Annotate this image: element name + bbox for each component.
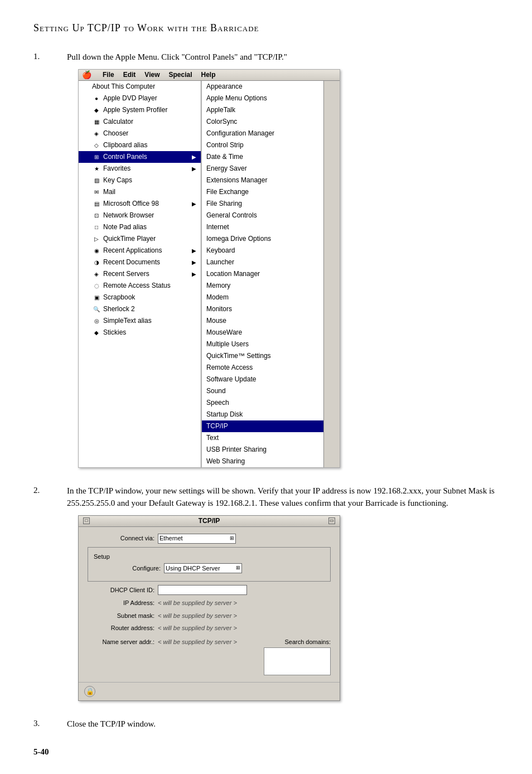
- menu-quicktime[interactable]: ▷QuickTime Player: [79, 233, 201, 245]
- menu-help[interactable]: Help: [201, 70, 216, 80]
- submenu-control-strip[interactable]: Control Strip: [202, 139, 323, 151]
- apple-menu-icon[interactable]: 🍎: [82, 69, 91, 81]
- menu-about[interactable]: About This Computer: [79, 81, 201, 93]
- submenu-memory[interactable]: Memory: [202, 280, 323, 292]
- menu-clipboard-label: ◇Clipboard alias: [92, 141, 147, 150]
- menu-control-panels[interactable]: ⊞Control Panels ▶: [79, 151, 201, 163]
- window-controls: □: [83, 517, 90, 524]
- submenu-config-manager[interactable]: Configuration Manager: [202, 128, 323, 139]
- menu-msoffice[interactable]: ▤Microsoft Office 98 ▶: [79, 198, 201, 210]
- submenu-web-sharing[interactable]: Web Sharing: [202, 456, 323, 467]
- submenu-usb-printer[interactable]: USB Printer Sharing: [202, 444, 323, 456]
- submenu-location-manager[interactable]: Location Manager: [202, 268, 323, 280]
- menu-special[interactable]: Special: [168, 70, 192, 80]
- menu-notepad[interactable]: □Note Pad alias: [79, 221, 201, 233]
- submenu-date-time[interactable]: Date & Time: [202, 151, 323, 163]
- menu-scrapbook[interactable]: ▣Scrapbook: [79, 292, 201, 303]
- ip-value: < will be supplied by server >: [158, 598, 237, 608]
- menu-view[interactable]: View: [144, 70, 159, 80]
- submenu-general-controls[interactable]: General Controls: [202, 210, 323, 221]
- menu-bar: 🍎 File Edit View Special Help: [79, 70, 340, 81]
- setup-label: Setup: [94, 552, 325, 562]
- submenu-colorsync[interactable]: ColorSync: [202, 116, 323, 128]
- window-zoom-btn[interactable]: ▭: [328, 517, 335, 524]
- submenu-remote-access[interactable]: Remote Access: [202, 362, 323, 374]
- submenu-tcpip[interactable]: TCP/IP: [202, 420, 323, 432]
- dhcp-input[interactable]: [158, 585, 247, 595]
- dhcp-row: DHCP Client ID:: [88, 585, 331, 595]
- control-panels-submenu: Appearance Apple Menu Options AppleTalk …: [201, 81, 324, 467]
- menu-chooser[interactable]: ◈Chooser: [79, 128, 201, 139]
- step-2-text: In the TCP/IP window, your new settings …: [67, 486, 495, 508]
- menu-file[interactable]: File: [103, 70, 114, 80]
- submenu-mouse[interactable]: Mouse: [202, 315, 323, 327]
- submenu-keyboard[interactable]: Keyboard: [202, 245, 323, 257]
- menu-recent-apps[interactable]: ◉Recent Applications ▶: [79, 245, 201, 257]
- menu-recent-docs-label: ◑Recent Documents: [92, 258, 160, 267]
- subnet-row: Subnet mask: < will be supplied by serve…: [88, 611, 331, 621]
- connect-via-select[interactable]: Ethernet ⊞: [158, 534, 236, 544]
- menu-edit[interactable]: Edit: [123, 70, 136, 80]
- menu-keycaps[interactable]: ▨Key Caps: [79, 175, 201, 186]
- page-title: Setting Up TCP/IP to Work with the Barri…: [33, 22, 499, 34]
- submenu-startup-disk[interactable]: Startup Disk: [202, 409, 323, 420]
- subnet-label: Subnet mask:: [88, 611, 154, 621]
- submenu-launcher[interactable]: Launcher: [202, 257, 323, 268]
- menu-remote-access[interactable]: ◌Remote Access Status: [79, 280, 201, 292]
- submenu-text[interactable]: Text: [202, 432, 323, 444]
- submenu-apple-menu-options[interactable]: Apple Menu Options: [202, 93, 323, 104]
- configure-select[interactable]: Using DHCP Server ⊞: [164, 563, 242, 573]
- window-close-btn[interactable]: □: [83, 517, 90, 524]
- favorites-arrow: ▶: [192, 164, 196, 173]
- step-3-content: Close the TCP/IP window.: [67, 718, 499, 731]
- menu-clipboard[interactable]: ◇Clipboard alias: [79, 139, 201, 151]
- window-body: Connect via: Ethernet ⊞ Setup Configure:: [79, 527, 340, 683]
- submenu-file-exchange[interactable]: File Exchange: [202, 186, 323, 198]
- configure-arrow: ⊞: [236, 564, 240, 572]
- menu-mail-label: ✉Mail: [92, 187, 115, 197]
- dhcp-label: DHCP Client ID:: [88, 586, 154, 595]
- configure-row: Configure: Using DHCP Server ⊞: [94, 563, 325, 573]
- menu-profiler[interactable]: ◆Apple System Profiler: [79, 104, 201, 116]
- submenu-appearance[interactable]: Appearance: [202, 81, 323, 93]
- menu-stickies[interactable]: ◆Stickies: [79, 327, 201, 338]
- window-footer: 🔒: [79, 682, 340, 700]
- menu-network-browser[interactable]: ⊡Network Browser: [79, 210, 201, 221]
- submenu-appletalk[interactable]: AppleTalk: [202, 104, 323, 116]
- submenu-software-update[interactable]: Software Update: [202, 374, 323, 385]
- submenu-internet[interactable]: Internet: [202, 221, 323, 233]
- submenu-multiple-users[interactable]: Multiple Users: [202, 338, 323, 350]
- menu-stickies-label: ◆Stickies: [92, 328, 126, 337]
- lock-icon[interactable]: 🔒: [84, 686, 95, 697]
- menu-control-panels-label: ⊞Control Panels: [92, 152, 147, 162]
- submenu-iomega[interactable]: Iomega Drive Options: [202, 233, 323, 245]
- menu-simpletext[interactable]: ◎SimpleText alias: [79, 315, 201, 327]
- router-value: < will be supplied by server >: [158, 623, 237, 633]
- menu-recent-docs[interactable]: ◑Recent Documents ▶: [79, 257, 201, 268]
- menu-calculator[interactable]: ▦Calculator: [79, 116, 201, 128]
- connect-via-arrow: ⊞: [230, 535, 234, 543]
- menu-sherlock[interactable]: 🔍Sherlock 2: [79, 303, 201, 315]
- menu-recent-servers[interactable]: ◈Recent Servers ▶: [79, 268, 201, 280]
- recent-apps-arrow: ▶: [192, 246, 196, 255]
- search-domains-input[interactable]: [264, 647, 331, 675]
- menu-dvd[interactable]: ●Apple DVD Player: [79, 93, 201, 104]
- nameserver-label: Name server addr.:: [88, 637, 154, 647]
- submenu-extensions-manager[interactable]: Extensions Manager: [202, 175, 323, 186]
- submenu-mouseware[interactable]: MouseWare: [202, 327, 323, 338]
- menu-profiler-label: ◆Apple System Profiler: [92, 105, 167, 115]
- menu-calculator-label: ▦Calculator: [92, 117, 133, 127]
- router-row: Router address: < will be supplied by se…: [88, 623, 331, 633]
- menu-mail[interactable]: ✉Mail: [79, 186, 201, 198]
- submenu-energy-saver[interactable]: Energy Saver: [202, 163, 323, 175]
- configure-label: Configure:: [94, 564, 161, 573]
- menu-favorites[interactable]: ★Favorites ▶: [79, 163, 201, 175]
- submenu-speech[interactable]: Speech: [202, 397, 323, 409]
- submenu-file-sharing[interactable]: File Sharing: [202, 198, 323, 210]
- submenu-monitors[interactable]: Monitors: [202, 303, 323, 315]
- menu-scrapbook-label: ▣Scrapbook: [92, 293, 135, 302]
- submenu-modem[interactable]: Modem: [202, 292, 323, 303]
- submenu-quicktime-settings[interactable]: QuickTime™ Settings: [202, 350, 323, 362]
- submenu-sound[interactable]: Sound: [202, 385, 323, 397]
- setup-box: Setup Configure: Using DHCP Server ⊞: [88, 547, 331, 582]
